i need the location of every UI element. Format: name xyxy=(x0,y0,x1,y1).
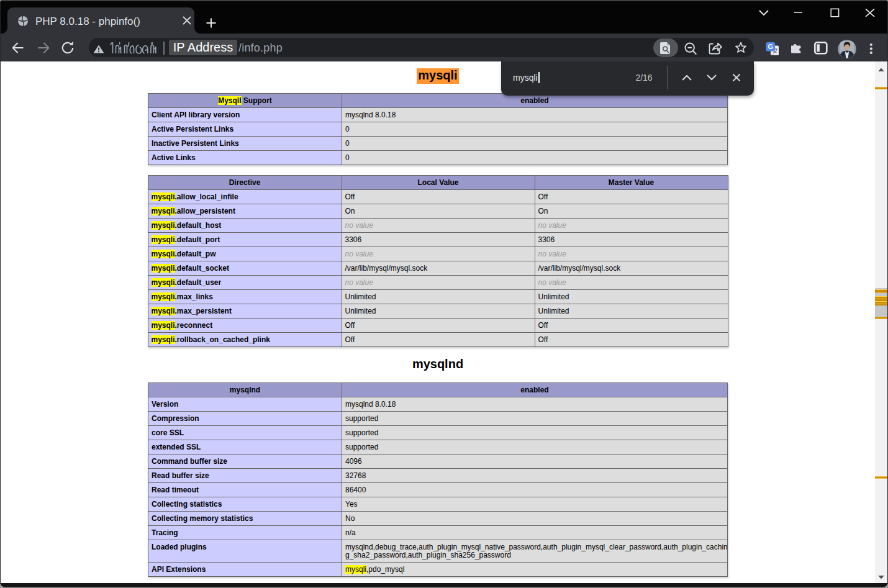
svg-text:G: G xyxy=(768,43,773,50)
